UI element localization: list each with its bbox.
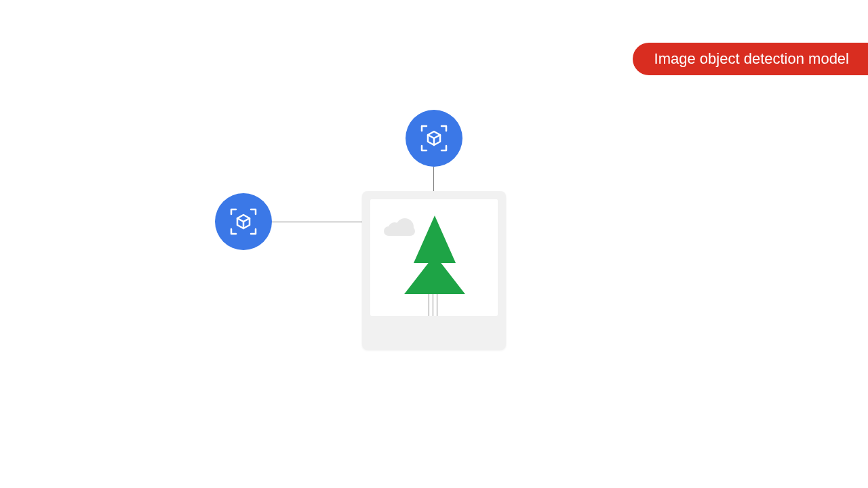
object-detection-box-icon <box>229 207 258 237</box>
detection-node-top <box>406 110 462 167</box>
object-detection-box-icon <box>419 123 449 153</box>
tree-icon <box>404 214 465 316</box>
image-content <box>370 199 498 316</box>
image-card <box>362 191 506 350</box>
connector-left <box>272 222 370 222</box>
diagram-canvas <box>0 0 868 488</box>
detection-node-left <box>215 193 272 250</box>
